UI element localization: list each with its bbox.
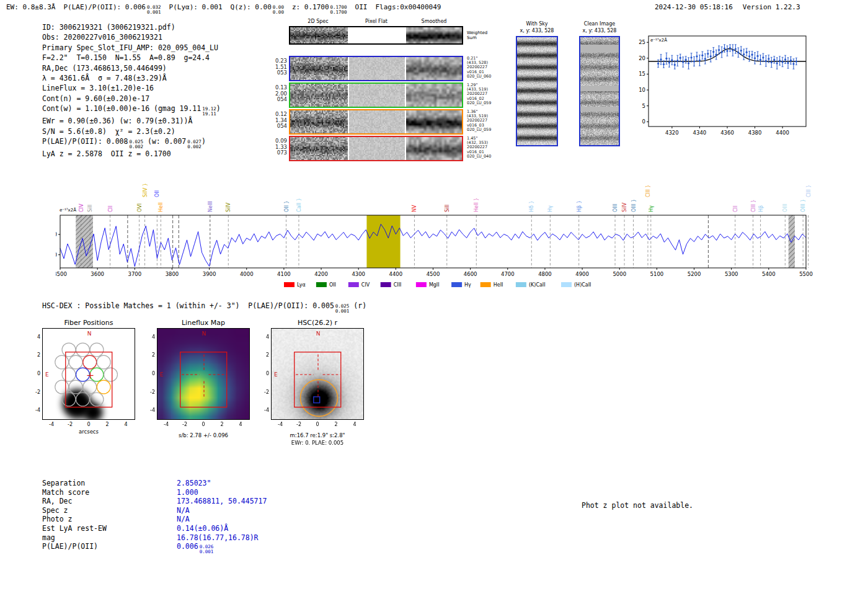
legend-swatch [561,282,572,287]
svg-text:3800: 3800 [166,271,179,277]
fiber-circle [83,380,97,394]
report-timestamp: 2024-12-30 05:18:16 [655,3,733,11]
y-tick-label: -4 [141,407,155,413]
text-run: Flags:0x00400049 [375,3,441,11]
text-run: LineFlux = 3.10(±1.20)e-16 [42,84,154,92]
match-table-row: mag16.78(16.77,16.78)R [42,533,267,543]
fiber-circle [69,355,82,369]
fiber-image-area: With Sky x, y: 433, 528 Clean Image x, y… [508,17,632,161]
emission-line-label: CIII } [751,200,756,212]
lineflux-map-panel: Lineflux Map NE s/b: 2.78 +/- 0.096 -4-4… [140,318,270,451]
svg-text:3900: 3900 [203,271,216,277]
text-run: LyA z = 2.5878 OII z = 0.1700 [42,149,171,158]
uncertainty-stack: 0.17000.1700 [330,5,347,14]
svg-text:4400: 4400 [776,130,789,135]
report-version: Version 1.22.3 [743,3,800,11]
text-run: Cont(n) = 9.60(±0.20)e-17 [42,94,149,103]
emission-line-label: OIII [613,204,618,212]
svg-text:4500: 4500 [427,271,440,277]
y-tick-label: 0 [255,371,269,376]
cutout-row [289,109,463,135]
cutout-col-header: 2D Spec [293,19,343,24]
fiber-circle [62,368,76,381]
cutout-left-labels: 0.132.00054 [273,85,287,103]
legend-swatch [416,282,427,287]
match-table-row: Separation2.85023" [42,479,267,488]
text-run: Obs: 20200227v016_3006219321 [42,33,162,42]
x-tick-label: 0 [81,422,96,427]
sky-mask-band [76,215,93,268]
match-row-value: 1.000 [177,488,198,497]
fiber-circle [83,355,97,369]
header-timestamp: 2024-12-30 05:18:16Version 1.22.3 [655,3,800,11]
cutout-left-labels: 0.091.33073 [273,138,287,156]
line-fit-plot: 051015202543204340436043804400e⁻¹⁷x2Å [630,29,816,135]
svg-text:4600: 4600 [464,271,477,277]
emission-line-label: SiIV [226,202,231,212]
fiber-circle [97,380,110,394]
cutout-col-header: Smoothed [409,19,459,24]
info-line: Obs: 20200227v016_3006219321 [42,32,221,42]
header-summary: EW: 0.8±8.3ÅP(LAE)/P(OII): 0.0060.0320.0… [6,3,449,14]
emission-line-label: CIII } [806,185,812,197]
match-table-row: Est LyA rest-EW0.14(±0.06)Å [42,524,267,533]
hsc-caption-2: EWr: 0. PLAE: 0.005 [246,440,389,446]
svg-text:4100: 4100 [277,271,291,277]
legend-swatch [316,282,327,287]
emission-line-label: HeII [158,202,164,212]
lineflux-title: Lineflux Map [157,319,250,327]
spec2d-cutout-area: 2D SpecPixel FlatSmoothedWeightedSum0.23… [273,17,521,166]
info-line: LyA z = 2.5878 OII z = 0.1700 [42,149,221,159]
match-row-value: 173.468811, 50.445717 [177,497,267,506]
legend-label: Hγ [464,282,471,288]
fiber-circle [104,368,118,381]
lineflux-map-plot: NE [157,328,250,420]
compass-n: N [87,331,92,337]
fiber-circle [62,343,76,357]
cutout-row [289,82,463,108]
emission-line-label: CIV [79,203,84,212]
emission-line-label: SiII [87,205,93,212]
x-tick-label: -4 [273,422,288,427]
text-run: F=2.2" T=0.150 N=1.55 A=0.89 g=24.4 [42,53,210,62]
svg-text:0: 0 [642,118,645,125]
text-run: P(LAE)/P(OII): 0.0060.0320.001 [63,3,161,11]
text-run: 173.468811, 50.445717 [177,497,267,505]
text-run: OII [355,3,368,11]
detection-info-block: ID: 3006219321 (3006219321.pdf)Obs: 2020… [42,22,221,159]
cutout-right-labels: 1.45"(432, 353)20200227v016_01020_LU_040 [467,136,505,159]
emission-line-label: CIII } [645,185,651,197]
svg-text:5200: 5200 [688,271,701,277]
text-run: 16.78(16.77,16.78)R [177,533,259,542]
elixer-report-page: EW: 0.8±8.3ÅP(LAE)/P(OII): 0.0060.0320.0… [0,0,868,591]
svg-text:15: 15 [639,71,645,77]
uncertainty-stack: 0.0250.002 [129,140,143,149]
text-run: Q(z): 0.000.000.00 [231,3,284,11]
extraction-box [180,352,227,407]
svg-text:4300: 4300 [352,271,365,277]
y-tick-label: 0 [26,371,40,376]
x-tick-label: -4 [44,422,59,427]
svg-text:3700: 3700 [128,271,141,277]
catalog-object-box [314,397,320,403]
svg-text:3500: 3500 [56,271,67,277]
emission-line-label: OIII } [631,199,637,212]
legend-label: Lyα [297,282,306,288]
text-run: 2.85023" [177,479,211,487]
y-tick-label: 2 [255,352,269,358]
emission-line-label: OII [154,190,160,197]
match-table-row: Spec zN/A [42,506,267,515]
fiber-circle [97,355,110,369]
info-line: EWr = 0.90(±0.36) (w: 0.79(±0.31))Å [42,116,221,126]
match-table-row: Photo zN/A [42,515,267,524]
svg-text:4000: 4000 [240,271,254,277]
cutout-row [289,136,463,161]
x-tick-label: 2 [329,422,343,427]
emission-line-label: OII } [284,200,290,212]
uncertainty-stack: 0.0320.001 [147,5,161,14]
emission-line-label: NeIII [208,201,213,212]
fiber-circle [90,368,104,381]
match-row-label: Separation [42,479,177,488]
y-tick-label: 2 [141,352,155,358]
fiber-circle [55,380,69,394]
